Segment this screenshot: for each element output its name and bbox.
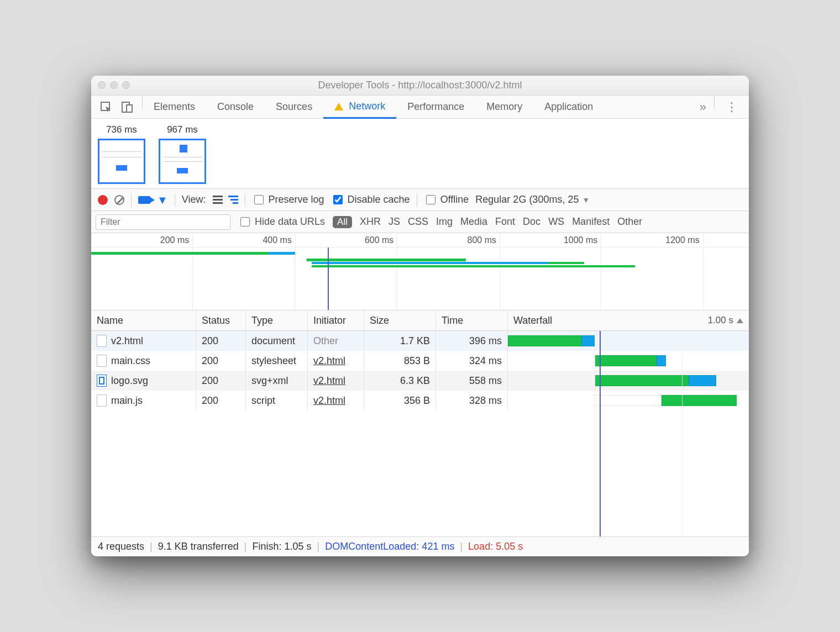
- disable-cache-label: Disable cache: [348, 194, 410, 206]
- view-label: View:: [182, 194, 206, 206]
- capture-screenshots-icon[interactable]: [138, 196, 150, 204]
- request-waterfall: [508, 391, 749, 410]
- separator: [417, 193, 417, 207]
- filter-type-media[interactable]: Media: [460, 216, 487, 228]
- file-icon: [97, 394, 107, 407]
- more-tabs-button[interactable]: »: [692, 96, 714, 118]
- tab-network[interactable]: Network: [323, 96, 396, 119]
- file-icon: [97, 355, 107, 367]
- filmstrip-frame[interactable]: 967 ms: [159, 124, 206, 184]
- request-name: logo.svg: [111, 375, 148, 387]
- filmstrip-frame[interactable]: 736 ms: [98, 124, 145, 184]
- filter-type-js[interactable]: JS: [389, 216, 400, 228]
- filter-type-xhr[interactable]: XHR: [360, 216, 381, 228]
- request-initiator[interactable]: v2.html: [313, 355, 345, 367]
- col-status[interactable]: Status: [196, 310, 246, 330]
- request-size: 356 B: [364, 391, 436, 410]
- request-size: 6.3 KB: [364, 371, 436, 391]
- col-size[interactable]: Size: [364, 310, 436, 330]
- devtools-menu-button[interactable]: ⋮: [715, 96, 749, 118]
- filter-type-manifest[interactable]: Manifest: [572, 216, 610, 228]
- filter-type-img[interactable]: Img: [436, 216, 453, 228]
- filter-type-css[interactable]: CSS: [408, 216, 428, 228]
- col-type[interactable]: Type: [246, 310, 308, 330]
- requests-table: Name Status Type Initiator Size Time Wat…: [91, 310, 749, 536]
- request-type: svg+xml: [246, 371, 308, 391]
- table-row[interactable]: main.js200scriptv2.html356 B328 ms: [91, 391, 749, 410]
- status-load: Load: 5.05 s: [468, 541, 523, 552]
- timeline-tick: 1000 ms: [564, 235, 601, 245]
- request-status: 200: [196, 371, 246, 391]
- request-status: 200: [196, 351, 246, 371]
- col-time[interactable]: Time: [436, 310, 508, 330]
- waterfall-bar: [657, 355, 666, 366]
- filmstrip-frame-label: 736 ms: [106, 124, 137, 135]
- filmstrip: 736 ms 967 ms: [91, 119, 749, 189]
- filter-type-all[interactable]: All: [333, 216, 352, 228]
- device-toolbar-icon[interactable]: [121, 101, 133, 113]
- request-time: 558 ms: [436, 371, 508, 391]
- table-body: v2.html200documentOther1.7 KB396 msmain.…: [91, 331, 749, 536]
- separator: [131, 193, 132, 207]
- timeline-tick: 200 ms: [160, 235, 192, 245]
- overview-bar: [91, 252, 269, 255]
- sort-ascending-icon: [737, 318, 743, 323]
- request-initiator[interactable]: v2.html: [313, 395, 345, 407]
- request-name: main.js: [111, 395, 143, 407]
- timeline-body: [91, 247, 749, 310]
- request-waterfall: [508, 331, 749, 351]
- record-button[interactable]: [98, 195, 108, 205]
- filter-type-doc[interactable]: Doc: [523, 216, 540, 228]
- waterfall-bar: [595, 375, 689, 386]
- col-waterfall[interactable]: Waterfall 1.00 s: [508, 310, 749, 330]
- request-name: v2.html: [111, 335, 143, 347]
- filter-type-font[interactable]: Font: [495, 216, 515, 228]
- request-initiator[interactable]: v2.html: [313, 375, 345, 387]
- waterfall-bar: [581, 335, 595, 346]
- col-initiator[interactable]: Initiator: [308, 310, 364, 330]
- filter-type-other[interactable]: Other: [617, 216, 642, 228]
- filmstrip-thumbnail: [159, 139, 206, 184]
- panel-tabs: Elements Console Sources Network Perform…: [91, 96, 749, 119]
- tab-sources[interactable]: Sources: [265, 96, 323, 118]
- timeline-tick: 1200 ms: [665, 235, 702, 245]
- timeline-overview[interactable]: 200 ms400 ms600 ms800 ms1000 ms1200 ms: [91, 233, 749, 310]
- disable-cache-checkbox[interactable]: Disable cache: [331, 193, 410, 206]
- throttling-select[interactable]: Regular 2G (300ms, 25▼: [475, 194, 590, 206]
- tab-console[interactable]: Console: [206, 96, 265, 118]
- filter-bar: Hide data URLs All XHR JS CSS Img Media …: [91, 211, 749, 233]
- tab-elements[interactable]: Elements: [143, 96, 206, 118]
- table-row[interactable]: v2.html200documentOther1.7 KB396 ms: [91, 331, 749, 351]
- request-time: 324 ms: [436, 351, 508, 371]
- inspect-element-icon[interactable]: [100, 101, 112, 113]
- request-name: main.css: [111, 355, 150, 367]
- filter-input[interactable]: [96, 214, 230, 230]
- zoom-window-button[interactable]: [122, 81, 130, 89]
- minimize-window-button[interactable]: [110, 81, 118, 89]
- tab-performance[interactable]: Performance: [396, 96, 475, 118]
- tab-memory[interactable]: Memory: [475, 96, 533, 118]
- table-header: Name Status Type Initiator Size Time Wat…: [91, 310, 749, 331]
- preserve-log-checkbox[interactable]: Preserve log: [252, 193, 324, 206]
- overview-bar: [548, 262, 584, 264]
- overview-bar: [312, 265, 635, 267]
- waterfall-view-icon[interactable]: [228, 196, 238, 204]
- window-title: Developer Tools - http://localhost:3000/…: [91, 80, 749, 91]
- table-row[interactable]: main.css200stylesheetv2.html853 B324 ms: [91, 351, 749, 371]
- filter-type-ws[interactable]: WS: [548, 216, 564, 228]
- timeline-tick: 400 ms: [262, 235, 295, 245]
- hide-data-urls-checkbox[interactable]: Hide data URLs: [238, 215, 325, 228]
- status-bar: 4 requests | 9.1 KB transferred | Finish…: [91, 536, 749, 556]
- timeline-tick: 600 ms: [365, 235, 397, 245]
- close-window-button[interactable]: [98, 81, 106, 89]
- overview-bar: [269, 252, 295, 255]
- col-name[interactable]: Name: [91, 310, 196, 330]
- table-row[interactable]: logo.svg200svg+xmlv2.html6.3 KB558 ms: [91, 371, 749, 391]
- offline-checkbox[interactable]: Offline: [424, 193, 469, 206]
- large-rows-icon[interactable]: [213, 196, 223, 204]
- separator: [175, 193, 175, 207]
- filter-toggle-icon[interactable]: ▼: [157, 194, 168, 206]
- clear-button[interactable]: [114, 195, 124, 205]
- tab-application[interactable]: Application: [533, 96, 604, 118]
- request-time: 396 ms: [436, 331, 508, 351]
